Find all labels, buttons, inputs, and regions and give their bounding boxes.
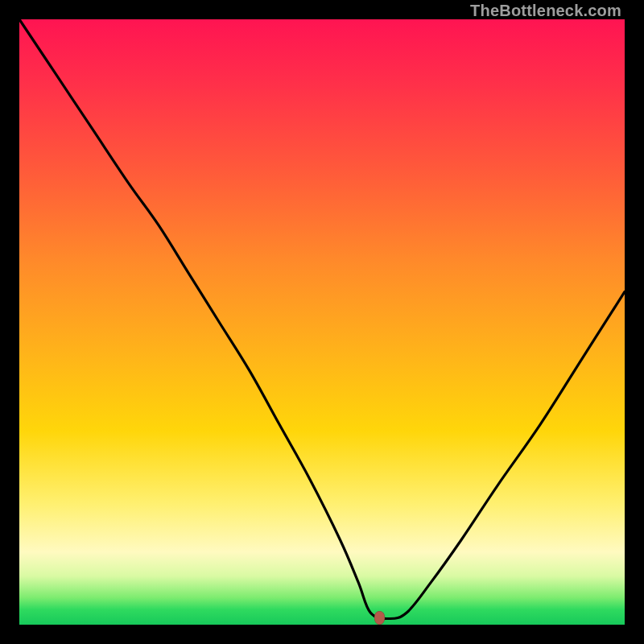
watermark-text: TheBottleneck.com [470,2,621,20]
optimal-point-marker [374,611,385,625]
curve-path [19,19,625,618]
chart-frame: TheBottleneck.com [0,0,644,644]
bottleneck-curve [19,19,625,625]
